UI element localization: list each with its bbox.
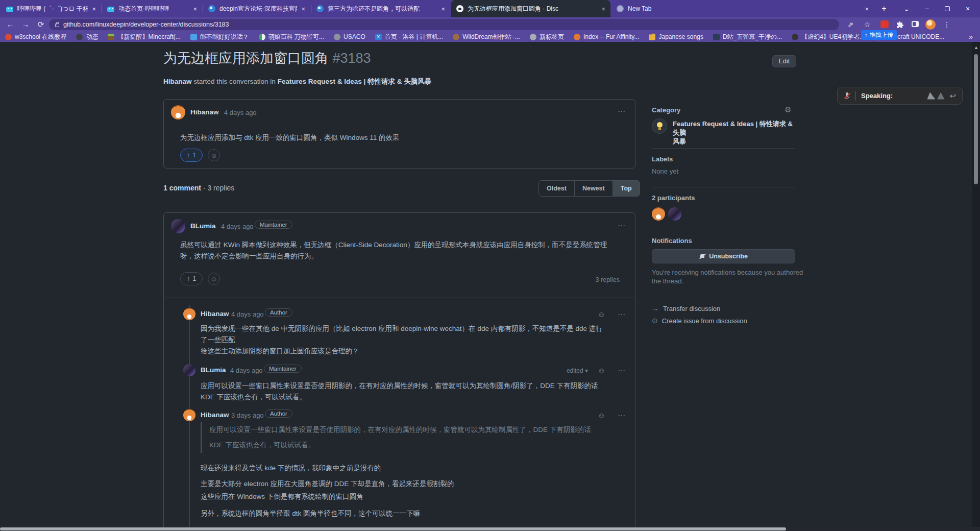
window-menu-chevron[interactable]: ⌄: [896, 0, 917, 17]
horizontal-scrollbar-thumb[interactable]: [0, 527, 786, 530]
share-icon[interactable]: ⇗: [845, 19, 856, 30]
bookmarks-overflow-chevron[interactable]: »: [969, 32, 973, 42]
tab-github-discussion-active[interactable]: 为无边框应用添加窗口圆角 · Disc ×: [451, 0, 610, 17]
reply-menu-kebab-icon[interactable]: ⋯: [618, 411, 626, 420]
tab-new-tab[interactable]: New Tab ×: [611, 0, 874, 17]
hibanaw-avatar[interactable]: [171, 105, 185, 119]
sort-newest-button[interactable]: Newest: [574, 181, 612, 196]
adblock-extension-icon[interactable]: [879, 19, 890, 30]
blumia-avatar[interactable]: [171, 219, 185, 233]
tab-deepin-forum[interactable]: deepin官方论坛-深度科技官网旗 ×: [203, 0, 310, 17]
edit-button[interactable]: Edit: [772, 55, 796, 67]
replies-divider: [164, 298, 635, 298]
browser-menu-kebab-icon[interactable]: ⋮: [941, 19, 952, 30]
category-link[interactable]: Features Request & Ideas | 特性请求 & 头脑风暴: [278, 78, 432, 85]
bookmark-wilddream[interactable]: WildDream创作站 -...: [453, 33, 520, 41]
vertical-scrollbar[interactable]: ▲: [972, 42, 980, 527]
comment-time[interactable]: 4 days ago: [224, 109, 257, 116]
sort-oldest-button[interactable]: Oldest: [539, 181, 574, 196]
bookmark-w3school[interactable]: w3school 在线教程: [5, 33, 66, 41]
horizontal-scrollbar[interactable]: [0, 527, 980, 531]
comment-counts: 1 comment · 3 replies: [163, 184, 234, 192]
bookmark-usaco[interactable]: USACO: [334, 33, 365, 40]
reply-time[interactable]: 4 days ago: [231, 310, 264, 318]
reply-time[interactable]: 4 days ago: [230, 367, 263, 374]
address-bar[interactable]: github.com/linuxdeepin/developer-center/…: [49, 19, 839, 30]
new-tab-button[interactable]: +: [879, 4, 889, 14]
comment-time[interactable]: 4 days ago: [221, 223, 254, 230]
tab-close-icon[interactable]: ×: [301, 5, 305, 13]
add-reaction-icon[interactable]: ☺: [598, 310, 605, 319]
create-issue-link[interactable]: ⊙ Create issue from discussion: [652, 317, 747, 325]
bookmark-dzhan[interactable]: D站_五弹幕_干净の...: [713, 33, 782, 41]
tab-close-icon[interactable]: ×: [193, 5, 197, 13]
forward-button[interactable]: →: [19, 19, 32, 30]
tab-close-icon[interactable]: ×: [601, 5, 605, 13]
window-minimize-button[interactable]: −: [917, 0, 937, 17]
author-link[interactable]: Hibanaw: [163, 78, 192, 85]
upvote-button[interactable]: ↑ 1: [180, 272, 203, 285]
bookmark-moegirl[interactable]: 萌娘百科 万物皆可...: [259, 33, 324, 41]
bookmark-minecraft-forum[interactable]: 【新提醒】Minecraft(...: [108, 33, 180, 41]
scrollbar-thumb[interactable]: [974, 54, 978, 184]
upvote-icon: ↑: [187, 152, 190, 159]
tab-close-icon[interactable]: ×: [865, 5, 869, 13]
bookmark-haohao[interactable]: 能不能好好说话？: [190, 33, 249, 41]
extensions-puzzle-icon[interactable]: [894, 19, 905, 30]
add-reaction-icon[interactable]: ☺: [598, 366, 605, 375]
add-reaction-icon[interactable]: ☺: [598, 411, 605, 420]
hibanaw-avatar[interactable]: [183, 409, 195, 421]
reply-menu-kebab-icon[interactable]: ⋯: [618, 310, 626, 319]
participant-avatar-hibanaw[interactable]: [652, 207, 665, 221]
bookmark-label: 萌娘百科 万物皆可...: [268, 33, 324, 41]
reply-menu-kebab-icon[interactable]: ⋯: [618, 366, 626, 375]
panel-glyph: [912, 21, 919, 27]
reply-time[interactable]: 3 days ago: [231, 412, 264, 419]
side-panel-icon[interactable]: [910, 19, 921, 30]
bookmark-luogu[interactable]: X首页 - 洛谷 | 计算机...: [375, 33, 443, 41]
tab-close-icon[interactable]: ×: [92, 5, 96, 13]
tab-bilibili-feed[interactable]: 动态首页-哔哩哔哩 ×: [102, 0, 202, 17]
bookmark-dongtai[interactable]: 动态: [76, 33, 98, 41]
comment-menu-kebab-icon[interactable]: ⋯: [618, 221, 626, 230]
comments-count: 1 comment: [163, 184, 201, 192]
window-restore-button[interactable]: [937, 0, 958, 17]
category-name-line: 风暴: [673, 137, 796, 146]
comment-body-line: 虽然可以通过 KWin 脚本做到这种效果，但无边框（Client-Side De…: [180, 239, 607, 251]
comment-author[interactable]: BLumia: [190, 222, 216, 230]
window-close-button[interactable]: ×: [958, 0, 978, 17]
edited-label[interactable]: edited ▾: [567, 367, 588, 374]
reply-author[interactable]: BLumia: [201, 366, 226, 374]
transfer-discussion-link[interactable]: → Transfer discussion: [652, 304, 720, 312]
reply-author[interactable]: Hibanaw: [201, 310, 229, 318]
gear-icon[interactable]: ⚙: [785, 105, 791, 114]
comment-author[interactable]: Hibanaw: [190, 108, 219, 116]
add-reaction-button[interactable]: ☺: [208, 273, 220, 285]
upvote-button[interactable]: ↑ 1: [180, 149, 203, 162]
bookmark-label: 首页 - 洛谷 | 计算机...: [385, 33, 443, 41]
tab-close-icon[interactable]: ×: [441, 5, 445, 13]
bookmark-newtab[interactable]: 新标签页: [530, 33, 564, 41]
reply-author[interactable]: Hibanaw: [201, 411, 229, 419]
bookmark-furaffinity[interactable]: Index -- Fur Affinity...: [574, 33, 640, 40]
reply-body-line: 了一些匹配: [201, 334, 235, 346]
category-item[interactable]: Features Request & Ideas | 特性请求 & 头脑 风暴: [673, 119, 796, 146]
back-button[interactable]: ←: [4, 19, 16, 30]
profile-avatar[interactable]: [925, 19, 936, 30]
bookmark-ue4[interactable]: 【虚幻4】UE4初学者...: [792, 33, 865, 41]
unsubscribe-button[interactable]: Unsubscribe: [652, 249, 795, 263]
tab-deepin-topic[interactable]: 第三方为啥还不是圆角，可以适配 ×: [311, 0, 450, 17]
tab-bilibili-video[interactable]: 哔哩哔哩 (゜-゜)つロ 干杯~-bilibili ×: [1, 0, 101, 17]
reload-button[interactable]: ⟳: [35, 19, 47, 30]
hibanaw-avatar[interactable]: [183, 308, 195, 320]
blumia-avatar[interactable]: [183, 364, 195, 376]
sort-top-button[interactable]: Top: [612, 181, 640, 196]
scroll-up-arrow[interactable]: ▲: [974, 45, 978, 50]
bell-slash-icon: [699, 253, 705, 259]
participant-avatar-blumia[interactable]: [668, 207, 681, 221]
reply-arrow-icon: ↩: [949, 91, 956, 101]
comment-menu-kebab-icon[interactable]: ⋯: [618, 107, 626, 116]
bookmark-star-icon[interactable]: ☆: [862, 19, 873, 30]
add-reaction-button[interactable]: ☺: [208, 149, 220, 161]
bookmark-japanese-songs-folder[interactable]: Japanese songs: [649, 33, 703, 40]
